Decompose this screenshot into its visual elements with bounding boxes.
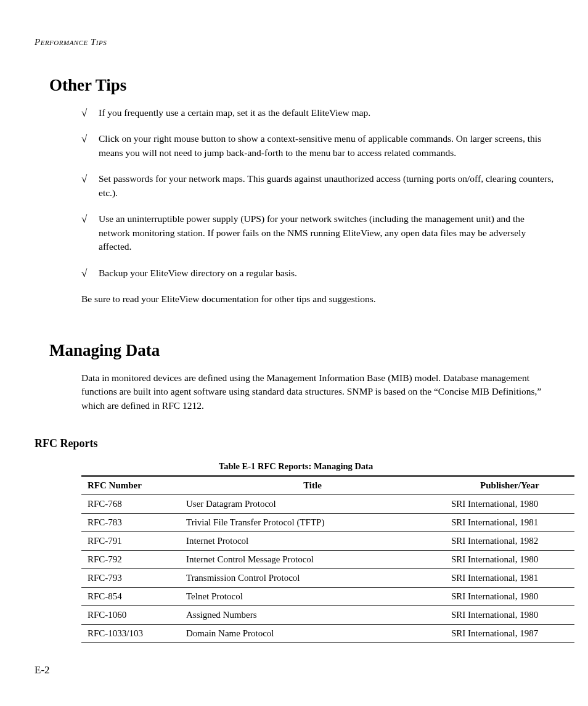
heading-other-tips: Other Tips — [49, 76, 557, 95]
page-number: E-2 — [35, 664, 557, 676]
cell-rfc: RFC-793 — [81, 569, 180, 588]
cell-title: Internet Protocol — [180, 532, 445, 551]
cell-pub: SRI International, 1982 — [445, 532, 574, 551]
list-item: √Set passwords for your network maps. Th… — [81, 172, 557, 200]
cell-rfc: RFC-854 — [81, 588, 180, 606]
cell-title: Assigned Numbers — [180, 606, 445, 625]
list-item-text: Backup your EliteView directory on a reg… — [99, 268, 297, 278]
table-row: RFC-854Telnet ProtocolSRI International,… — [81, 588, 574, 606]
list-item: √Use an uninterruptible power supply (UP… — [81, 212, 557, 253]
managing-data-intro: Data in monitored devices are defined us… — [81, 371, 557, 413]
check-icon: √ — [81, 266, 87, 282]
cell-title: User Datagram Protocol — [180, 495, 445, 514]
cell-pub: SRI International, 1981 — [445, 514, 574, 532]
cell-pub: SRI International, 1981 — [445, 569, 574, 588]
cell-rfc: RFC-791 — [81, 532, 180, 551]
other-tips-trailer: Be sure to read your EliteView documenta… — [81, 292, 557, 306]
cell-title: Trivial File Transfer Protocol (TFTP) — [180, 514, 445, 532]
table-row: RFC-783Trivial File Transfer Protocol (T… — [81, 514, 574, 532]
other-tips-list: √If you frequently use a certain map, se… — [81, 106, 557, 280]
table-row: RFC-1060Assigned NumbersSRI Internationa… — [81, 606, 574, 625]
check-icon: √ — [81, 212, 87, 228]
cell-rfc: RFC-792 — [81, 551, 180, 569]
cell-pub: SRI International, 1980 — [445, 588, 574, 606]
cell-rfc: RFC-1060 — [81, 606, 180, 625]
check-icon: √ — [81, 132, 87, 147]
cell-title: Domain Name Protocol — [180, 625, 445, 643]
list-item: √Backup your EliteView directory on a re… — [81, 266, 557, 280]
check-icon: √ — [81, 106, 87, 121]
list-item-text: If you frequently use a certain map, set… — [99, 107, 370, 118]
cell-rfc: RFC-768 — [81, 495, 180, 514]
list-item-text: Use an uninterruptible power supply (UPS… — [99, 213, 526, 252]
rfc-reports-table: RFC Number Title Publisher/Year RFC-768U… — [81, 475, 574, 643]
cell-pub: SRI International, 1987 — [445, 625, 574, 643]
list-item-text: Set passwords for your network maps. Thi… — [99, 173, 553, 197]
cell-title: Telnet Protocol — [180, 588, 445, 606]
th-title: Title — [180, 476, 445, 495]
list-item: √If you frequently use a certain map, se… — [81, 106, 557, 120]
table-row: RFC-768User Datagram ProtocolSRI Interna… — [81, 495, 574, 514]
cell-title: Transmission Control Protocol — [180, 569, 445, 588]
subheading-rfc-reports: RFC Reports — [35, 437, 557, 450]
list-item: √Click on your right mouse button to sho… — [81, 132, 557, 160]
check-icon: √ — [81, 172, 87, 187]
cell-rfc: RFC-783 — [81, 514, 180, 532]
list-item-text: Click on your right mouse button to show… — [99, 133, 541, 157]
table-row: RFC-1033/103Domain Name ProtocolSRI Inte… — [81, 625, 574, 643]
table-row: RFC-793Transmission Control ProtocolSRI … — [81, 569, 574, 588]
heading-managing-data: Managing Data — [49, 341, 557, 360]
table-row: RFC-792Internet Control Message Protocol… — [81, 551, 574, 569]
table-row: RFC-791Internet ProtocolSRI Internationa… — [81, 532, 574, 551]
cell-rfc: RFC-1033/103 — [81, 625, 180, 643]
cell-pub: SRI International, 1980 — [445, 606, 574, 625]
table-caption: Table E-1 RFC Reports: Managing Data — [35, 461, 557, 472]
cell-title: Internet Control Message Protocol — [180, 551, 445, 569]
rfc-table-body: RFC-768User Datagram ProtocolSRI Interna… — [81, 495, 574, 643]
cell-pub: SRI International, 1980 — [445, 551, 574, 569]
cell-pub: SRI International, 1980 — [445, 495, 574, 514]
th-rfc-number: RFC Number — [81, 476, 180, 495]
th-publisher-year: Publisher/Year — [445, 476, 574, 495]
running-head: Performance Tips — [35, 37, 557, 47]
